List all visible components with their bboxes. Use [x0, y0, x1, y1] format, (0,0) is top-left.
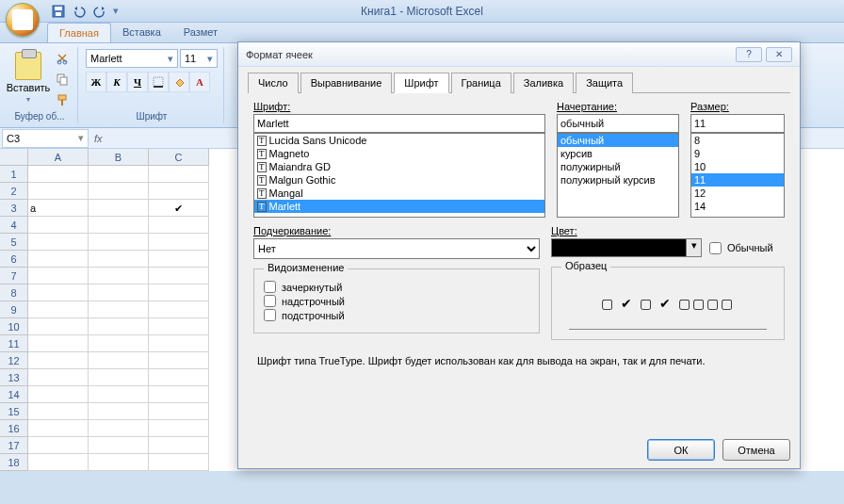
- copy-button[interactable]: [53, 70, 72, 89]
- normal-font-checkbox[interactable]: Обычный: [709, 242, 773, 254]
- row-header[interactable]: 10: [0, 318, 28, 335]
- cell[interactable]: [28, 386, 89, 403]
- ok-button[interactable]: ОК: [647, 439, 715, 461]
- cell[interactable]: [149, 234, 209, 251]
- qat-dropdown-icon[interactable]: ▾: [113, 5, 119, 17]
- cell[interactable]: [149, 420, 209, 437]
- font-size-combo[interactable]: 11 ▾: [180, 49, 218, 68]
- row-header[interactable]: 8: [0, 285, 28, 301]
- list-item[interactable]: 8: [691, 134, 784, 147]
- tab-fill[interactable]: Заливка: [513, 73, 574, 93]
- cell[interactable]: [28, 268, 89, 285]
- tab-font[interactable]: Шрифт: [394, 73, 448, 93]
- dialog-titlebar[interactable]: Формат ячеек ? ✕: [238, 42, 800, 67]
- cell[interactable]: [28, 369, 89, 386]
- row-header[interactable]: 12: [0, 352, 28, 369]
- cell[interactable]: [149, 183, 209, 200]
- fx-icon[interactable]: fx: [94, 133, 103, 144]
- row-header[interactable]: 16: [0, 420, 28, 437]
- cell[interactable]: [149, 301, 209, 318]
- row-header[interactable]: 5: [0, 234, 28, 251]
- strike-checkbox[interactable]: зачеркнутый: [264, 281, 529, 293]
- cell[interactable]: [89, 454, 149, 471]
- tab-layout[interactable]: Размет: [172, 23, 229, 42]
- cell[interactable]: [28, 437, 89, 454]
- cell[interactable]: ✔: [149, 200, 209, 217]
- tab-border[interactable]: Граница: [451, 73, 511, 93]
- cell[interactable]: [149, 369, 209, 386]
- row-header[interactable]: 18: [0, 454, 28, 471]
- col-header[interactable]: C: [149, 149, 209, 166]
- list-item[interactable]: TMagneto: [254, 147, 544, 160]
- underline-button[interactable]: Ч: [127, 72, 148, 92]
- superscript-checkbox[interactable]: надстрочный: [264, 295, 529, 307]
- cell[interactable]: [28, 285, 89, 301]
- cancel-button[interactable]: Отмена: [722, 439, 790, 461]
- cell[interactable]: [149, 335, 209, 352]
- cell[interactable]: [28, 183, 89, 200]
- cell[interactable]: [89, 301, 149, 318]
- cell[interactable]: [89, 369, 149, 386]
- undo-icon[interactable]: [72, 4, 87, 19]
- cell[interactable]: [149, 454, 209, 471]
- cell[interactable]: [28, 454, 89, 471]
- tab-alignment[interactable]: Выравнивание: [300, 73, 393, 93]
- style-input[interactable]: [557, 114, 679, 133]
- row-header[interactable]: 11: [0, 335, 28, 352]
- paste-button[interactable]: Вставить ▾: [8, 49, 49, 109]
- cell[interactable]: [89, 403, 149, 420]
- size-input[interactable]: [690, 114, 785, 133]
- color-picker[interactable]: ▾: [551, 238, 702, 257]
- col-header[interactable]: A: [28, 149, 89, 166]
- list-item[interactable]: 11: [691, 173, 784, 187]
- row-header[interactable]: 9: [0, 301, 28, 318]
- format-painter-button[interactable]: [53, 90, 72, 109]
- cell[interactable]: [89, 352, 149, 369]
- row-header[interactable]: 15: [0, 403, 28, 420]
- cell[interactable]: [89, 251, 149, 268]
- list-item[interactable]: TLucida Sans Unicode: [254, 134, 544, 147]
- col-header[interactable]: B: [89, 149, 149, 166]
- border-button[interactable]: [148, 72, 169, 92]
- subscript-checkbox[interactable]: подстрочный: [264, 309, 529, 321]
- cell[interactable]: [28, 352, 89, 369]
- cell[interactable]: [149, 268, 209, 285]
- cell[interactable]: [89, 183, 149, 200]
- tab-home[interactable]: Главная: [47, 23, 111, 42]
- list-item[interactable]: 14: [691, 200, 784, 213]
- close-button[interactable]: ✕: [766, 47, 792, 62]
- list-item[interactable]: TMalgun Gothic: [254, 173, 544, 187]
- list-item[interactable]: 10: [691, 160, 784, 173]
- save-icon[interactable]: [51, 4, 66, 19]
- list-item[interactable]: TMangal: [254, 187, 544, 200]
- row-header[interactable]: 7: [0, 268, 28, 285]
- row-header[interactable]: 13: [0, 369, 28, 386]
- list-item[interactable]: TMaiandra GD: [254, 160, 544, 173]
- cell[interactable]: [89, 420, 149, 437]
- cell[interactable]: [28, 335, 89, 352]
- cell[interactable]: [149, 217, 209, 234]
- cell[interactable]: [89, 234, 149, 251]
- tab-protection[interactable]: Защита: [576, 73, 633, 93]
- font-name-combo[interactable]: Marlett ▾: [86, 49, 178, 68]
- cell[interactable]: [149, 352, 209, 369]
- list-item[interactable]: TMarlett: [254, 200, 544, 213]
- cell[interactable]: [149, 285, 209, 301]
- style-list[interactable]: обычныйкурсивполужирныйполужирный курсив: [557, 133, 679, 218]
- tab-number[interactable]: Число: [248, 73, 299, 93]
- cell[interactable]: a: [28, 200, 89, 217]
- cell[interactable]: [89, 217, 149, 234]
- cell[interactable]: [89, 200, 149, 217]
- list-item[interactable]: полужирный: [558, 160, 678, 173]
- cell[interactable]: [28, 420, 89, 437]
- cell[interactable]: [28, 166, 89, 183]
- list-item[interactable]: курсив: [558, 147, 678, 160]
- name-box[interactable]: C3 ▾: [2, 129, 89, 148]
- font-input[interactable]: [253, 114, 545, 133]
- font-list[interactable]: TLucida Sans UnicodeTMagnetoTMaiandra GD…: [253, 133, 545, 218]
- cell[interactable]: [89, 386, 149, 403]
- underline-select[interactable]: Нет: [253, 238, 540, 259]
- cell[interactable]: [28, 217, 89, 234]
- cell[interactable]: [89, 166, 149, 183]
- cell[interactable]: [149, 318, 209, 335]
